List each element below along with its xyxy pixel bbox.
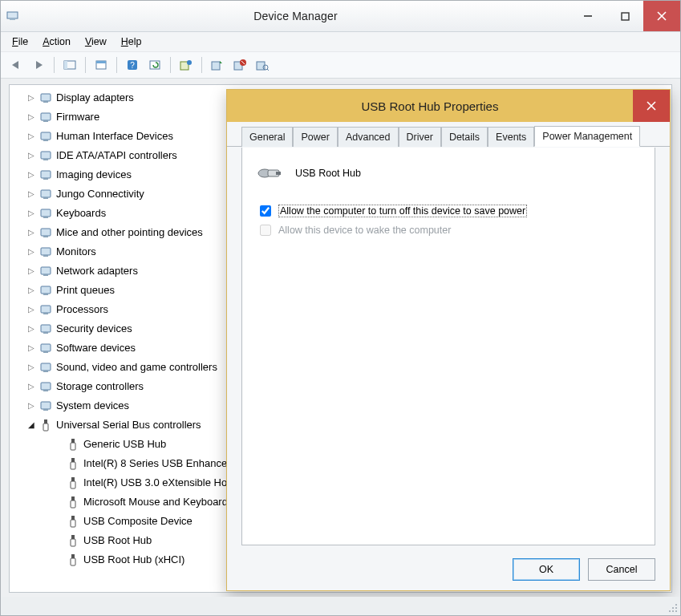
svg-rect-26 [41, 132, 51, 140]
option-allow-turn-off[interactable]: Allow the computer to turn off this devi… [257, 203, 640, 219]
svg-rect-58 [71, 439, 75, 443]
tab-panel-power-management: USB Root Hub Allow the computer to turn … [241, 148, 655, 545]
checkbox-allow-turn-off[interactable] [260, 205, 271, 217]
expand-arrow-icon[interactable]: ▷ [26, 378, 37, 395]
svg-point-77 [675, 604, 677, 606]
tab-power-management[interactable]: Power Management [534, 126, 640, 147]
usb-device-icon [66, 553, 80, 567]
usb-device-icon [66, 476, 80, 490]
dialog-close-button[interactable] [633, 90, 670, 122]
svg-rect-37 [43, 236, 48, 237]
maximize-button[interactable] [606, 1, 643, 31]
menu-file[interactable]: File [12, 36, 28, 47]
toolbar-refresh[interactable] [144, 55, 165, 75]
tab-advanced[interactable]: Advanced [338, 127, 399, 147]
dialog-tab-bar: GeneralPowerAdvancedDriverDetailsEventsP… [227, 122, 670, 147]
expand-arrow-icon[interactable]: ▷ [26, 282, 37, 299]
expand-arrow-icon[interactable]: ▷ [26, 224, 37, 241]
svg-rect-66 [71, 516, 75, 520]
option-allow-turn-off-label: Allow the computer to turn off this devi… [278, 205, 527, 217]
usb-device-icon [66, 495, 80, 509]
svg-rect-47 [43, 332, 48, 334]
svg-rect-25 [43, 120, 48, 122]
device-category-icon [39, 283, 53, 298]
usb-device-icon [66, 533, 80, 548]
svg-rect-27 [43, 140, 48, 141]
ok-button[interactable]: OK [513, 558, 580, 581]
svg-line-21 [267, 69, 269, 71]
title-bar: Device Manager [1, 1, 680, 32]
tree-node-label: Imaging devices [56, 166, 132, 184]
svg-rect-45 [43, 313, 48, 314]
minimize-button[interactable] [570, 1, 606, 31]
svg-point-81 [672, 610, 674, 612]
svg-rect-33 [43, 197, 48, 199]
tree-node-label: Security devices [56, 320, 132, 338]
svg-rect-38 [41, 248, 51, 255]
expand-arrow-icon[interactable]: ▷ [26, 147, 37, 164]
svg-point-78 [672, 607, 674, 609]
expand-arrow-icon[interactable]: ▷ [26, 301, 37, 318]
device-category-icon [39, 206, 53, 221]
device-category-icon [39, 168, 53, 182]
tree-node-label: USB Composite Device [83, 513, 193, 530]
svg-rect-24 [41, 113, 51, 120]
tree-node-label: IDE ATA/ATAPI controllers [56, 147, 177, 164]
tab-power[interactable]: Power [293, 127, 337, 147]
expand-arrow-icon[interactable]: ▷ [26, 339, 37, 357]
window-title: Device Manager [22, 10, 570, 22]
svg-rect-0 [7, 12, 18, 18]
svg-rect-64 [71, 496, 75, 500]
tab-events[interactable]: Events [488, 127, 534, 147]
svg-rect-32 [41, 190, 51, 197]
toolbar-help[interactable]: ? [122, 55, 143, 75]
expand-arrow-icon[interactable]: ▷ [26, 359, 37, 376]
toolbar-forward[interactable] [28, 55, 49, 75]
tab-general[interactable]: General [241, 127, 293, 147]
expand-arrow-icon[interactable]: ▷ [26, 320, 37, 338]
tree-node-label: Firmware [56, 108, 99, 126]
tree-node-label: Jungo Connectivity [56, 185, 144, 203]
svg-rect-36 [41, 229, 51, 236]
expand-arrow-icon[interactable]: ▷ [26, 128, 37, 145]
toolbar-disable[interactable] [229, 55, 250, 75]
menu-action[interactable]: Action [43, 36, 71, 47]
expand-arrow-icon[interactable]: ▷ [26, 262, 37, 280]
expand-arrow-icon[interactable]: ▷ [26, 397, 37, 415]
expand-arrow-icon[interactable]: ▷ [26, 243, 37, 261]
menu-view[interactable]: View [85, 36, 107, 47]
svg-text:?: ? [130, 61, 135, 70]
tab-driver[interactable]: Driver [399, 127, 441, 147]
toolbar-enable[interactable] [207, 55, 228, 75]
expand-arrow-icon[interactable]: ▷ [26, 89, 37, 107]
tree-node-label: Mice and other pointing devices [56, 224, 203, 241]
expand-arrow-icon[interactable]: ▷ [26, 166, 37, 184]
tab-details[interactable]: Details [441, 127, 488, 147]
toolbar-back[interactable] [6, 55, 26, 75]
toolbar-scan-hardware[interactable] [252, 55, 273, 75]
svg-rect-68 [71, 535, 75, 539]
svg-rect-70 [71, 554, 75, 558]
toolbar-show-hide-tree[interactable] [59, 55, 80, 75]
svg-rect-48 [41, 344, 51, 351]
svg-rect-9 [96, 61, 106, 63]
tree-node-label: Monitors [56, 243, 96, 261]
cancel-button[interactable]: Cancel [588, 558, 655, 581]
device-name-label: USB Root Hub [295, 168, 361, 179]
close-button[interactable] [643, 1, 680, 31]
svg-rect-22 [41, 94, 51, 101]
resize-grip-icon[interactable] [667, 602, 678, 613]
device-category-icon [39, 129, 53, 144]
toolbar-update-driver[interactable] [176, 55, 197, 75]
device-category-icon [39, 187, 53, 201]
device-category-icon [39, 91, 53, 105]
expand-arrow-icon[interactable]: ▷ [26, 205, 37, 222]
expand-arrow-icon[interactable]: ◢ [26, 416, 37, 434]
toolbar-properties[interactable] [91, 55, 111, 75]
menu-help[interactable]: Help [121, 36, 142, 47]
expand-arrow-icon[interactable]: ▷ [26, 108, 37, 126]
svg-point-82 [675, 610, 677, 612]
svg-rect-40 [41, 267, 51, 274]
checkbox-allow-wake [260, 225, 271, 236]
expand-arrow-icon[interactable]: ▷ [26, 185, 37, 203]
